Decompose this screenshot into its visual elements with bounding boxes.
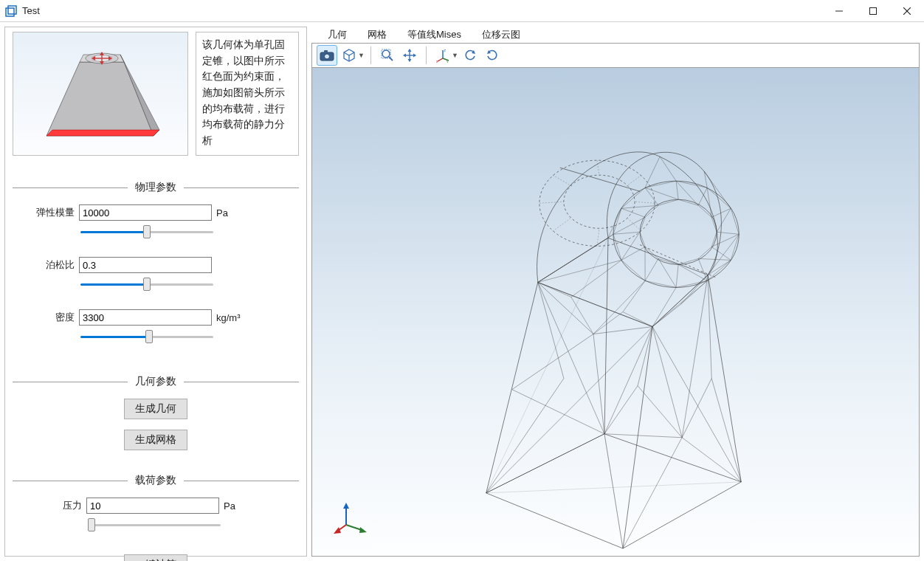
youngs-label: 弹性模量 bbox=[35, 206, 79, 219]
svg-line-24 bbox=[389, 57, 393, 61]
generate-geometry-button[interactable]: 生成几何 bbox=[124, 399, 187, 419]
density-input[interactable] bbox=[79, 309, 212, 326]
youngs-slider[interactable] bbox=[80, 225, 213, 238]
model-thumbnail bbox=[13, 32, 188, 156]
svg-line-44 bbox=[560, 168, 640, 191]
tab-bar: 几何 网格 等值线Mises 位移云图 bbox=[311, 27, 920, 43]
svg-line-104 bbox=[635, 202, 655, 203]
svg-line-122 bbox=[704, 171, 731, 208]
youngs-unit: Pa bbox=[216, 207, 228, 218]
svg-line-128 bbox=[623, 312, 652, 327]
tab-geometry[interactable]: 几何 bbox=[317, 27, 357, 43]
svg-point-23 bbox=[382, 50, 390, 58]
svg-line-54 bbox=[538, 282, 593, 334]
svg-line-77 bbox=[676, 234, 717, 556]
svg-line-112 bbox=[593, 280, 645, 334]
svg-line-63 bbox=[682, 275, 708, 437]
svg-line-62 bbox=[652, 327, 682, 438]
right-panel: 几何 网格 等值线Mises 位移云图 ▼ z bbox=[311, 27, 920, 557]
svg-line-66 bbox=[604, 386, 638, 434]
svg-line-114 bbox=[652, 280, 707, 326]
svg-marker-29 bbox=[407, 59, 411, 62]
cube-select-icon[interactable] bbox=[339, 45, 359, 66]
camera-icon[interactable] bbox=[317, 45, 337, 66]
tab-displacement[interactable]: 位移云图 bbox=[472, 27, 531, 43]
window-title: Test bbox=[22, 5, 40, 16]
svg-line-87 bbox=[613, 232, 640, 234]
tab-mesh[interactable]: 网格 bbox=[357, 27, 397, 43]
svg-line-83 bbox=[698, 258, 707, 280]
svg-point-41 bbox=[640, 199, 717, 264]
compute-button[interactable]: 一键计算 bbox=[124, 554, 187, 561]
poisson-label: 泊松比 bbox=[35, 258, 79, 272]
svg-marker-31 bbox=[413, 54, 416, 58]
axis-triad-icon bbox=[333, 500, 368, 535]
svg-marker-30 bbox=[403, 54, 406, 58]
svg-line-129 bbox=[652, 304, 680, 326]
density-label: 密度 bbox=[35, 311, 79, 324]
svg-line-65 bbox=[652, 275, 708, 326]
svg-line-47 bbox=[486, 327, 652, 493]
svg-line-127 bbox=[593, 312, 623, 334]
app-icon bbox=[4, 4, 18, 18]
svg-line-68 bbox=[638, 386, 682, 438]
svg-line-109 bbox=[553, 175, 572, 186]
svg-rect-0 bbox=[6, 8, 14, 16]
poisson-input[interactable] bbox=[79, 257, 212, 273]
poisson-slider[interactable] bbox=[80, 278, 213, 291]
generate-mesh-button[interactable]: 生成网格 bbox=[124, 430, 187, 450]
svg-line-73 bbox=[486, 238, 608, 493]
svg-line-111 bbox=[538, 234, 613, 282]
svg-rect-19 bbox=[324, 50, 328, 53]
svg-line-89 bbox=[645, 187, 658, 205]
axes-toggle-icon[interactable]: z y x bbox=[432, 45, 453, 66]
svg-line-103 bbox=[627, 175, 641, 186]
svg-line-88 bbox=[621, 208, 645, 217]
svg-marker-6 bbox=[46, 62, 154, 136]
svg-line-102 bbox=[597, 160, 599, 175]
dropdown-chevron-icon[interactable]: ▼ bbox=[452, 52, 458, 59]
section-geometry: 几何参数 bbox=[13, 375, 299, 388]
zoom-area-icon[interactable] bbox=[377, 45, 398, 66]
svg-line-95 bbox=[678, 264, 707, 280]
svg-line-48 bbox=[538, 282, 604, 433]
tab-contour[interactable]: 等值线Mises bbox=[397, 27, 472, 43]
density-slider[interactable] bbox=[80, 330, 213, 343]
svg-marker-133 bbox=[343, 503, 349, 509]
minimize-button[interactable] bbox=[822, 0, 856, 22]
maximize-button[interactable] bbox=[856, 0, 890, 22]
svg-line-119 bbox=[660, 156, 676, 181]
svg-line-113 bbox=[652, 287, 676, 326]
rotate-cw-icon[interactable] bbox=[482, 45, 503, 66]
svg-text:z: z bbox=[444, 48, 446, 52]
svg-line-70 bbox=[708, 275, 711, 378]
svg-rect-3 bbox=[870, 7, 877, 14]
svg-line-108 bbox=[539, 202, 564, 203]
svg-line-67 bbox=[638, 327, 652, 386]
svg-line-64 bbox=[652, 327, 741, 482]
svg-line-36 bbox=[438, 58, 443, 61]
svg-line-85 bbox=[645, 258, 658, 280]
pressure-slider[interactable] bbox=[88, 518, 221, 531]
pressure-input[interactable] bbox=[86, 498, 219, 514]
svg-line-98 bbox=[621, 232, 640, 260]
view-toolbar: ▼ z y x ▼ bbox=[311, 43, 920, 68]
svg-line-130 bbox=[680, 280, 707, 304]
close-button[interactable] bbox=[890, 0, 924, 22]
svg-line-78 bbox=[676, 181, 678, 199]
svg-line-51 bbox=[512, 390, 604, 434]
youngs-input[interactable] bbox=[79, 204, 212, 221]
svg-line-123 bbox=[571, 260, 621, 297]
pan-icon[interactable] bbox=[399, 45, 420, 66]
svg-line-61 bbox=[682, 438, 741, 482]
section-load: 载荷参数 bbox=[13, 474, 299, 487]
svg-line-75 bbox=[604, 434, 623, 548]
3d-viewport[interactable] bbox=[311, 68, 920, 557]
dropdown-chevron-icon[interactable]: ▼ bbox=[358, 52, 365, 59]
pressure-label: 压力 bbox=[57, 499, 86, 512]
svg-rect-1 bbox=[8, 6, 16, 14]
rotate-ccw-icon[interactable] bbox=[460, 45, 480, 66]
svg-line-126 bbox=[623, 280, 645, 312]
svg-point-43 bbox=[564, 175, 635, 228]
svg-line-46 bbox=[486, 434, 604, 493]
